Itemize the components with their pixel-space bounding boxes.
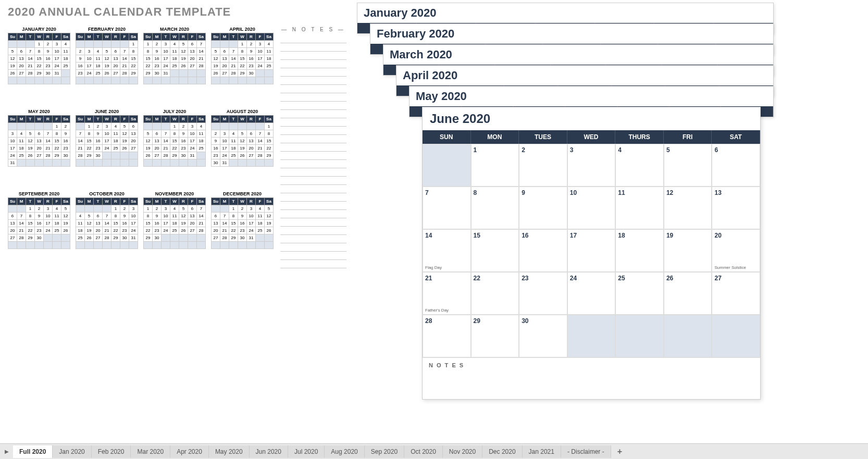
sheet-title: May 2020 (410, 86, 773, 106)
year-mini-grid: JANUARY 2020SuMTWRFSa1234567891011121314… (8, 27, 278, 268)
add-sheet-button[interactable]: + (611, 444, 628, 459)
sheet-title: April 2020 (396, 66, 773, 85)
stacked-months-panel: January 2020SUNMONTUESWEDTHURSFRISATFebr… (354, 0, 868, 443)
sheet-tab[interactable]: Jul 2020 (288, 445, 325, 458)
front-month-sheet: June 2020SUNMONTUESWEDTHURSFRISAT1234567… (422, 107, 761, 400)
notes-column: — N O T E S — (280, 27, 346, 268)
mini-month: JANUARY 2020SuMTWRFSa1234567891011121314… (8, 27, 70, 104)
sheet-title: March 2020 (383, 45, 773, 65)
sheet-tab[interactable]: Oct 2020 (404, 445, 443, 458)
sheet-tab[interactable]: Jan 2021 (523, 445, 561, 458)
page-title: 2020 ANNUAL CALENDAR TEMPLATE (8, 5, 346, 19)
notes-lines (280, 35, 346, 268)
mini-month-title: SEPTEMBER 2020 (8, 191, 70, 196)
calendar-cell[interactable]: 24 (567, 272, 616, 315)
mini-month: SEPTEMBER 2020SuMTWRFSa12345678910111213… (8, 191, 70, 268)
mini-month-table: SuMTWRFSa1234567891011121314151617181920… (143, 197, 206, 249)
calendar-cell[interactable]: 10 (567, 187, 616, 229)
calendar-cell[interactable]: 30 (519, 315, 567, 357)
calendar-cell[interactable]: 27 (712, 272, 760, 315)
calendar-cell[interactable] (423, 144, 471, 187)
calendar-cell[interactable]: 19 (664, 229, 712, 272)
sheet-tab[interactable]: Aug 2020 (325, 445, 364, 458)
mini-month: AUGUST 2020SuMTWRFSa12345678910111213141… (211, 109, 274, 186)
mini-month: MAY 2020SuMTWRFSa12345678910111213141516… (8, 109, 70, 186)
calendar-cell[interactable]: 26 (664, 272, 712, 315)
notes-label: — N O T E S — (280, 27, 346, 32)
sheet-tab[interactable]: - Disclaimer - (561, 445, 611, 458)
mini-month-table: SuMTWRFSa1234567891011121314151617181920… (76, 33, 138, 84)
mini-month: FEBRUARY 2020SuMTWRFSa123456789101112131… (76, 27, 138, 104)
calendar-cell[interactable]: 13 (712, 187, 760, 229)
calendar-cell[interactable]: 17 (567, 229, 616, 272)
tab-nav-prev[interactable]: ▶ (0, 449, 13, 454)
sheet-tab[interactable]: Feb 2020 (92, 445, 131, 458)
tabs-container: Full 2020Jan 2020Feb 2020Mar 2020Apr 202… (13, 445, 611, 458)
mini-month-table: SuMTWRFSa1234567891011121314151617181920… (8, 115, 70, 167)
mini-month: OCTOBER 2020SuMTWRFSa1234567891011121314… (76, 191, 138, 268)
calendar-cell[interactable]: 6 (712, 144, 760, 187)
mini-month-table: SuMTWRFSa1234567891011121314151617181920… (143, 33, 206, 84)
calendar-cell[interactable] (615, 315, 664, 357)
calendar-cell[interactable]: 29 (471, 315, 519, 357)
calendar-cell[interactable]: 2 (519, 144, 567, 187)
calendar-cell[interactable]: 1 (471, 144, 519, 187)
calendar-cell[interactable]: 16 (519, 229, 567, 272)
calendar-event: Father's Day (425, 308, 449, 313)
sheet-tab[interactable]: Dec 2020 (482, 445, 522, 458)
calendar-cell[interactable]: 5 (664, 144, 712, 187)
mini-month-title: AUGUST 2020 (211, 109, 274, 114)
mini-month: NOVEMBER 2020SuMTWRFSa123456789101112131… (143, 191, 206, 268)
sheet-tab[interactable]: Apr 2020 (170, 445, 209, 458)
big-month-notes[interactable]: N O T E S (423, 357, 760, 399)
big-day-header: SUNMONTUESWEDTHURSFRISAT (423, 130, 760, 144)
sheet-tab[interactable]: Jun 2020 (250, 445, 288, 458)
calendar-cell[interactable]: 4 (615, 144, 664, 187)
calendar-cell[interactable]: 22 (471, 272, 519, 315)
big-month-grid: 1234567891011121314Flag Day151617181920S… (423, 144, 760, 357)
mini-month-table: SuMTWRFSa1234567891011121314151617181920… (8, 33, 70, 84)
sheet-tab[interactable]: May 2020 (209, 445, 250, 458)
calendar-cell[interactable]: 12 (664, 187, 712, 229)
mini-month-table: SuMTWRFSa1234567891011121314151617181920… (76, 197, 138, 249)
calendar-cell[interactable]: 28 (423, 315, 471, 357)
calendar-cell[interactable]: 8 (471, 187, 519, 229)
sheet-tab[interactable]: Mar 2020 (131, 445, 170, 458)
big-month-title: June 2020 (423, 107, 760, 130)
sheet-tab[interactable]: Sep 2020 (365, 445, 404, 458)
mini-month-title: MARCH 2020 (143, 27, 206, 32)
sheet-tab[interactable]: Jan 2020 (53, 445, 91, 458)
calendar-cell[interactable] (712, 315, 760, 357)
calendar-cell[interactable]: 7 (423, 187, 471, 229)
mini-month-table: SuMTWRFSa1234567891011121314151617181920… (211, 33, 274, 84)
mini-month-table: SuMTWRFSa1234567891011121314151617181920… (143, 115, 206, 167)
mini-month-title: JUNE 2020 (76, 109, 138, 114)
sheet-tab-bar: ▶ Full 2020Jan 2020Feb 2020Mar 2020Apr 2… (0, 443, 868, 459)
calendar-cell[interactable]: 11 (615, 187, 664, 229)
annual-overview-panel: 2020 ANNUAL CALENDAR TEMPLATE JANUARY 20… (0, 0, 354, 443)
calendar-cell[interactable]: 14Flag Day (423, 229, 471, 272)
calendar-cell[interactable]: 23 (519, 272, 567, 315)
sheet-title: January 2020 (357, 3, 773, 23)
sheet-tab[interactable]: Nov 2020 (443, 445, 482, 458)
calendar-event: Flag Day (425, 265, 442, 270)
sheet-tab[interactable]: Full 2020 (13, 445, 53, 458)
calendar-cell[interactable]: 3 (567, 144, 616, 187)
mini-month: MARCH 2020SuMTWRFSa123456789101112131415… (143, 27, 206, 104)
calendar-cell[interactable] (567, 315, 616, 357)
calendar-cell[interactable]: 9 (519, 187, 567, 229)
calendar-cell[interactable]: 15 (471, 229, 519, 272)
calendar-cell[interactable]: 25 (615, 272, 664, 315)
mini-month: JULY 2020SuMTWRFSa1234567891011121314151… (143, 109, 206, 186)
calendar-cell[interactable]: 21Father's Day (423, 272, 471, 315)
calendar-cell[interactable]: 18 (615, 229, 664, 272)
mini-month-table: SuMTWRFSa1234567891011121314151617181920… (211, 115, 274, 167)
mini-month-table: SuMTWRFSa1234567891011121314151617181920… (211, 197, 274, 249)
sheet-title: February 2020 (370, 24, 773, 44)
calendar-cell[interactable]: 20Summer Solstice (712, 229, 760, 272)
calendar-cell[interactable] (664, 315, 712, 357)
mini-month: JUNE 2020SuMTWRFSa1234567891011121314151… (76, 109, 138, 186)
mini-month-title: JANUARY 2020 (8, 27, 70, 32)
mini-month-title: OCTOBER 2020 (76, 191, 138, 196)
mini-month-title: FEBRUARY 2020 (76, 27, 138, 32)
